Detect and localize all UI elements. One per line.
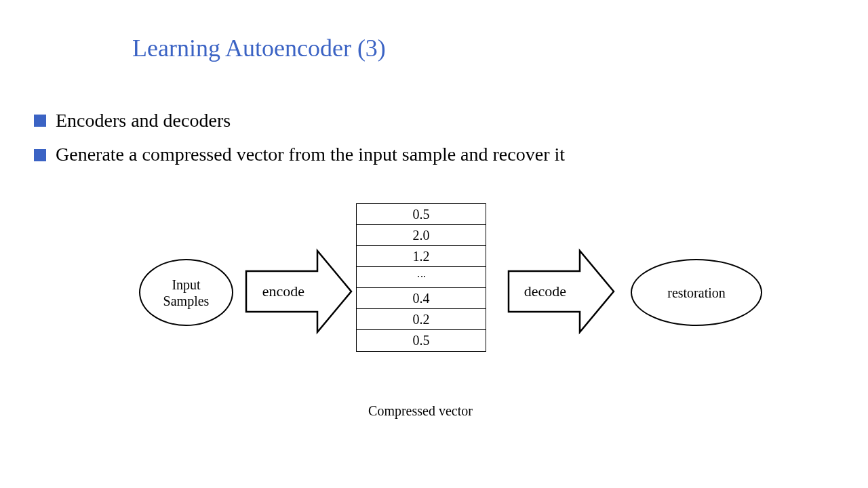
vector-cell: 2.0 <box>357 225 486 246</box>
vector-cell: ⋮ <box>357 267 486 288</box>
compressed-vector-caption: Compressed vector <box>356 403 485 419</box>
vector-cell: 0.5 <box>357 330 486 351</box>
restoration-oval: restoration <box>631 259 762 326</box>
decode-label: decode <box>521 283 569 300</box>
input-samples-oval: Input Samples <box>139 259 233 326</box>
bullet-item: Encoders and decoders <box>34 108 565 133</box>
input-samples-label: Input Samples <box>163 277 210 309</box>
encode-label: encode <box>260 283 307 300</box>
vertical-dots-icon: ⋮ <box>416 272 426 283</box>
vector-cell: 1.2 <box>357 246 486 267</box>
bullet-item: Generate a compressed vector from the in… <box>34 142 565 167</box>
bullet-text: Encoders and decoders <box>56 108 231 133</box>
slide-title: Learning Autoencoder (3) <box>132 34 386 62</box>
compressed-vector-table: 0.5 2.0 1.2 ⋮ 0.4 0.2 0.5 <box>356 203 486 352</box>
slide: Learning Autoencoder (3) Encoders and de… <box>0 0 868 488</box>
vector-cell: 0.2 <box>357 309 486 330</box>
square-bullet-icon <box>34 115 46 127</box>
vector-cell: 0.5 <box>357 204 486 225</box>
bullet-list: Encoders and decoders Generate a compres… <box>34 108 565 177</box>
square-bullet-icon <box>34 149 46 161</box>
restoration-label: restoration <box>667 285 726 301</box>
vector-cell: 0.4 <box>357 288 486 309</box>
bullet-text: Generate a compressed vector from the in… <box>56 142 565 167</box>
